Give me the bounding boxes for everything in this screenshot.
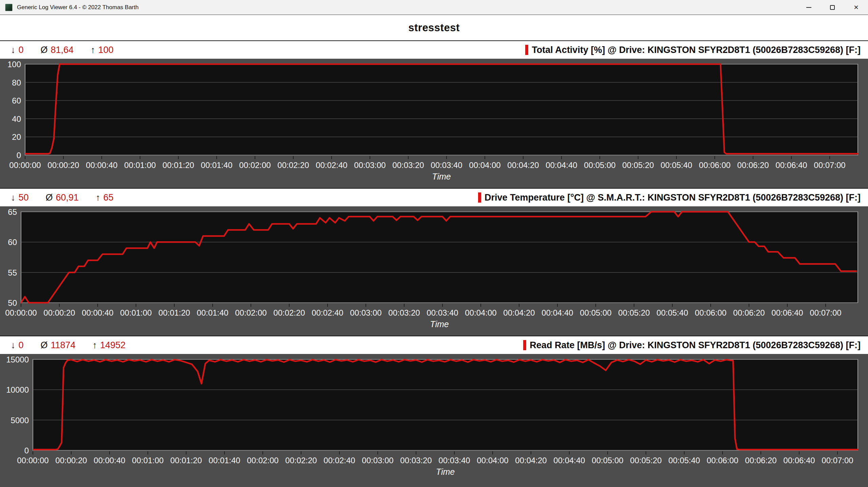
svg-text:0: 0 (24, 446, 29, 455)
minimize-button[interactable] (797, 0, 821, 15)
stat-min: ↓ 50 (11, 192, 29, 203)
maximize-button[interactable] (821, 0, 844, 15)
series-color-marker (525, 45, 528, 55)
min-arrow-icon: ↓ (11, 45, 16, 55)
series-color-marker (523, 340, 526, 350)
svg-text:00:04:20: 00:04:20 (503, 308, 535, 317)
maximize-icon (830, 5, 835, 10)
svg-text:00:07:00: 00:07:00 (822, 456, 853, 465)
svg-text:20: 20 (12, 132, 21, 142)
svg-text:00:01:20: 00:01:20 (170, 456, 202, 465)
svg-text:00:05:00: 00:05:00 (592, 456, 623, 465)
svg-text:60: 60 (12, 96, 21, 105)
svg-text:00:02:00: 00:02:00 (235, 308, 267, 317)
svg-text:Time: Time (436, 467, 455, 476)
stat-avg-value: 11874 (51, 340, 76, 351)
svg-text:00:00:00: 00:00:00 (9, 161, 41, 170)
svg-text:Time: Time (430, 319, 449, 329)
svg-text:00:06:00: 00:06:00 (707, 456, 738, 465)
stat-avg-value: 81,64 (51, 45, 74, 55)
svg-text:00:06:20: 00:06:20 (737, 161, 769, 170)
series-color-marker (478, 192, 481, 203)
svg-text:00:01:40: 00:01:40 (201, 161, 232, 170)
svg-text:00:03:20: 00:03:20 (392, 161, 424, 170)
chart-title-read-rate: Read Rate [MB/s] @ Drive: KINGSTON SFYR2… (530, 340, 861, 351)
max-arrow-icon: ↑ (96, 192, 100, 203)
svg-text:10000: 10000 (6, 385, 29, 394)
stat-max: ↑ 100 (91, 45, 114, 55)
svg-text:00:06:00: 00:06:00 (699, 161, 730, 170)
svg-text:15000: 15000 (6, 355, 29, 364)
svg-text:00:01:40: 00:01:40 (197, 308, 228, 317)
svg-text:00:04:00: 00:04:00 (469, 161, 500, 170)
stat-min-value: 0 (19, 45, 24, 55)
average-icon: Ø (46, 192, 53, 203)
svg-text:00:00:20: 00:00:20 (55, 456, 87, 465)
svg-text:00:07:00: 00:07:00 (810, 308, 841, 317)
stat-avg-value: 60,91 (56, 192, 79, 203)
svg-text:50: 50 (8, 298, 17, 307)
svg-text:00:03:40: 00:03:40 (427, 308, 458, 317)
chart-title-wrap: Drive Temperature [°C] @ S.M.A.R.T.: KIN… (478, 192, 861, 203)
svg-text:00:00:20: 00:00:20 (47, 161, 79, 170)
svg-text:00:05:40: 00:05:40 (668, 456, 700, 465)
svg-text:00:03:00: 00:03:00 (362, 456, 393, 465)
svg-text:00:02:00: 00:02:00 (247, 456, 278, 465)
stats-row-read-rate: ↓ 0 Ø 11874 ↑ 14952 Read Rate [MB/s] @ D… (0, 336, 868, 354)
svg-text:00:04:40: 00:04:40 (541, 308, 573, 317)
svg-text:00:02:40: 00:02:40 (323, 456, 355, 465)
svg-text:00:05:20: 00:05:20 (618, 308, 650, 317)
stat-min: ↓ 0 (11, 340, 24, 351)
svg-text:00:05:20: 00:05:20 (630, 456, 662, 465)
section-read-rate: ↓ 0 Ø 11874 ↑ 14952 Read Rate [MB/s] @ D… (0, 336, 868, 486)
svg-text:00:00:40: 00:00:40 (82, 308, 113, 317)
svg-text:00:06:00: 00:06:00 (695, 308, 726, 317)
close-button[interactable] (844, 0, 868, 15)
svg-text:00:02:20: 00:02:20 (285, 456, 317, 465)
average-icon: Ø (41, 45, 48, 55)
svg-text:00:03:00: 00:03:00 (354, 161, 386, 170)
chart-title-wrap: Read Rate [MB/s] @ Drive: KINGSTON SFYR2… (523, 340, 861, 351)
svg-text:00:07:00: 00:07:00 (814, 161, 845, 170)
svg-text:00:01:00: 00:01:00 (132, 456, 163, 465)
section-drive-temperature: ↓ 50 Ø 60,91 ↑ 65 Drive Temperature [°C]… (0, 189, 868, 336)
stats-row-drive-temperature: ↓ 50 Ø 60,91 ↑ 65 Drive Temperature [°C]… (0, 189, 868, 206)
max-arrow-icon: ↑ (91, 45, 95, 55)
svg-text:00:01:00: 00:01:00 (120, 308, 152, 317)
close-icon (853, 4, 859, 11)
document-header: stresstest (0, 15, 868, 41)
stats-row-total-activity: ↓ 0 Ø 81,64 ↑ 100 Total Activity [%] @ D… (0, 41, 868, 59)
svg-text:60: 60 (8, 238, 17, 247)
total-activity-chart[interactable]: 02040608010000:00:0000:00:2000:00:4000:0… (0, 59, 868, 189)
svg-text:00:00:20: 00:00:20 (43, 308, 75, 317)
svg-text:00:01:40: 00:01:40 (209, 456, 240, 465)
max-arrow-icon: ↑ (93, 340, 97, 351)
svg-text:00:06:40: 00:06:40 (771, 308, 803, 317)
svg-text:00:02:20: 00:02:20 (277, 161, 309, 170)
window-controls (797, 0, 868, 15)
page-title: stresstest (408, 22, 459, 34)
svg-text:00:00:40: 00:00:40 (86, 161, 117, 170)
svg-text:00:00:40: 00:00:40 (94, 456, 125, 465)
svg-text:00:01:20: 00:01:20 (162, 161, 194, 170)
section-total-activity: ↓ 0 Ø 81,64 ↑ 100 Total Activity [%] @ D… (0, 41, 868, 189)
min-arrow-icon: ↓ (11, 340, 16, 351)
svg-text:00:04:00: 00:04:00 (465, 308, 496, 317)
svg-text:00:04:40: 00:04:40 (546, 161, 577, 170)
drive-temperature-chart[interactable]: 5055606500:00:0000:00:2000:00:4000:01:00… (0, 206, 868, 336)
svg-text:00:06:20: 00:06:20 (733, 308, 765, 317)
average-icon: Ø (41, 340, 48, 351)
stat-min-value: 0 (19, 340, 24, 351)
svg-text:00:02:40: 00:02:40 (312, 308, 343, 317)
svg-text:00:05:00: 00:05:00 (580, 308, 611, 317)
svg-text:00:06:40: 00:06:40 (775, 161, 807, 170)
svg-text:Time: Time (432, 172, 451, 181)
svg-text:80: 80 (12, 78, 21, 87)
stat-avg: Ø 11874 (41, 340, 76, 351)
svg-text:00:03:40: 00:03:40 (431, 161, 462, 170)
svg-text:00:02:00: 00:02:00 (239, 161, 271, 170)
read-rate-chart[interactable]: 05000100001500000:00:0000:00:2000:00:400… (0, 354, 868, 486)
svg-text:00:04:40: 00:04:40 (553, 456, 585, 465)
app-icon (5, 4, 13, 11)
stat-max: ↑ 14952 (93, 340, 126, 351)
